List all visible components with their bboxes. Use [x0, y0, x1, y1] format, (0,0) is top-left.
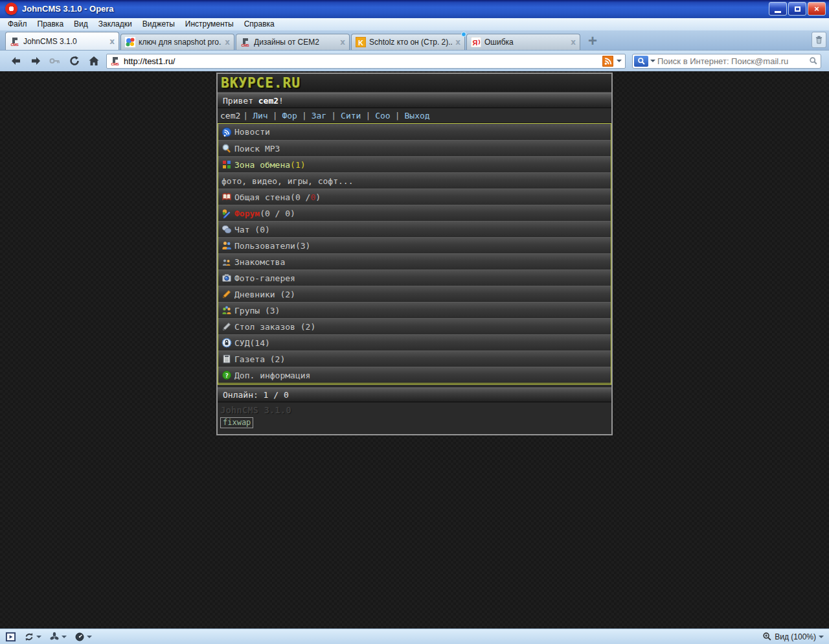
menu-item-exchange-zone[interactable]: Зона обмена (1): [218, 156, 611, 172]
turbo-button[interactable]: [74, 632, 92, 642]
user-nav-bar: cem2 | Лич | Фор | Заг | Сити | Соо | Вы…: [218, 108, 611, 123]
svg-text:CMS: CMS: [242, 43, 249, 47]
maximize-icon: [795, 6, 801, 12]
closed-tabs-trash-button[interactable]: [812, 32, 826, 48]
menu-item-users[interactable]: Пользователи(3): [218, 237, 611, 253]
menu-item-dating[interactable]: Знакомства: [218, 253, 611, 270]
menu-item-forum[interactable]: Форум (0 / 0): [218, 205, 611, 221]
status-bar: Вид (100%): [0, 628, 829, 644]
turbo-caret[interactable]: [87, 636, 92, 641]
unite-icon: [49, 632, 60, 642]
panels-toggle-button[interactable]: [5, 632, 16, 642]
window-controls: ×: [769, 2, 826, 16]
search-icon: [637, 57, 646, 65]
menu-item-mp3-search[interactable]: Поиск MP3: [218, 140, 611, 156]
cms-version: JohnCMS 3.1.0: [220, 405, 609, 415]
tab-close-icon[interactable]: x: [455, 38, 460, 47]
home-icon: [87, 54, 100, 67]
counter-badge[interactable]: fixwap: [220, 417, 253, 428]
tab-snapshot-key[interactable]: ключ для snapshot pro... x: [120, 34, 234, 50]
diary-pencil-icon: [221, 289, 232, 299]
tab-bar: CMS JohnCMS 3.1.0 x ключ для snapshot pr…: [0, 30, 829, 51]
menu-widgets[interactable]: Виджеты: [137, 18, 180, 30]
back-button[interactable]: [6, 53, 26, 69]
menu-item-categories: фото, видео, игры, софт...: [218, 172, 611, 189]
nav-link-personal[interactable]: Лич: [253, 111, 267, 121]
menu-item-chat[interactable]: Чат (0): [218, 221, 611, 237]
menu-item-news[interactable]: Новости: [218, 124, 611, 140]
greeting-text: Привет cem2!: [223, 96, 284, 106]
zoom-control[interactable]: Вид (100%): [762, 632, 824, 641]
nav-link-messages[interactable]: Соо: [375, 111, 390, 121]
menu-item-sud[interactable]: СУД(14): [218, 334, 611, 351]
chat-icon: [221, 224, 232, 235]
address-bar: CMS: [0, 51, 829, 71]
web-search-input[interactable]: [657, 56, 807, 66]
wand-button[interactable]: [45, 53, 65, 69]
rss-dropdown-caret[interactable]: [617, 60, 622, 65]
tab-close-icon[interactable]: x: [109, 37, 115, 46]
tab-notification-dot: [461, 32, 466, 37]
address-field-container: CMS: [106, 54, 626, 69]
maximize-button[interactable]: [788, 2, 806, 16]
unite-caret[interactable]: [62, 636, 67, 641]
tab-schtolz[interactable]: K Schtolz кто он (Стр. 2)... x: [351, 34, 465, 50]
cms-favicon: CMS: [240, 37, 251, 47]
search-go-icon[interactable]: [809, 56, 818, 65]
reload-button[interactable]: [65, 53, 84, 69]
nav-link-city[interactable]: Сити: [341, 111, 361, 121]
tab-cem2-designs[interactable]: CMS Дизайны от CEM2 x: [236, 34, 350, 50]
nav-link-forum[interactable]: Фор: [282, 111, 297, 121]
menu-item-wall[interactable]: Общая стена (0 / 0): [218, 189, 611, 205]
window-title: JohnCMS 3.1.0 - Opera: [22, 0, 114, 18]
menu-view[interactable]: Вид: [69, 18, 93, 30]
search-engine-button[interactable]: [634, 56, 648, 67]
lock-icon: [221, 338, 232, 348]
menu-edit[interactable]: Правка: [32, 18, 69, 30]
groups-icon: [221, 305, 232, 316]
forward-button[interactable]: [26, 53, 45, 69]
nav-link-downloads[interactable]: Заг: [312, 111, 326, 121]
nav-link-exit[interactable]: Выход: [405, 111, 430, 121]
tab-close-icon[interactable]: x: [340, 38, 345, 47]
menu-item-extra-info[interactable]: ? Доп. информация: [218, 367, 611, 383]
menu-help[interactable]: Справка: [239, 18, 280, 30]
search-engine-caret[interactable]: [650, 60, 655, 65]
k-favicon: K: [356, 37, 366, 47]
turbo-gauge-icon: [74, 632, 85, 642]
menu-item-orders[interactable]: Стол заказов (2): [218, 318, 611, 334]
tab-label: JohnCMS 3.1.0: [23, 37, 106, 46]
menu-tools[interactable]: Инструменты: [180, 18, 239, 30]
rss-icon[interactable]: [602, 56, 613, 67]
home-button[interactable]: [84, 53, 104, 69]
tab-label: Ошибка: [484, 38, 567, 47]
new-tab-button[interactable]: +: [588, 33, 597, 49]
svg-text:CMS: CMS: [111, 62, 119, 66]
sync-icon: [24, 632, 34, 642]
menu-item-groups[interactable]: Групы (3): [218, 302, 611, 318]
menu-item-newspaper[interactable]: Газета (2): [218, 351, 611, 367]
minimize-button[interactable]: [769, 2, 787, 16]
tab-error[interactable]: Я Ошибка x: [466, 34, 580, 50]
menu-file[interactable]: Файл: [3, 18, 32, 30]
sync-button[interactable]: [24, 632, 41, 642]
zoom-caret: [819, 636, 824, 641]
tab-johncms[interactable]: CMS JohnCMS 3.1.0 x: [5, 32, 119, 50]
sync-caret[interactable]: [36, 636, 41, 641]
tab-close-icon[interactable]: x: [225, 38, 230, 47]
greeting-bar: Привет cem2!: [218, 93, 611, 108]
menu-item-photo-gallery[interactable]: Фото-галерея: [218, 270, 611, 286]
online-bar: Онлайн: 1 / 0: [218, 387, 611, 402]
close-icon: ×: [814, 5, 819, 13]
menu-item-diaries[interactable]: Дневники (2): [218, 286, 611, 302]
tab-close-icon[interactable]: x: [571, 38, 576, 47]
menu-bookmarks[interactable]: Закладки: [93, 18, 137, 30]
unite-button[interactable]: [49, 632, 67, 642]
search-field-container: [632, 54, 821, 69]
site-header: ВКУРСЕ.RU: [218, 74, 611, 93]
close-button[interactable]: ×: [808, 2, 826, 16]
address-input[interactable]: [124, 56, 599, 66]
question-icon: ?: [221, 370, 232, 380]
yandex-favicon: Я: [471, 37, 481, 47]
users-icon: [221, 240, 232, 251]
